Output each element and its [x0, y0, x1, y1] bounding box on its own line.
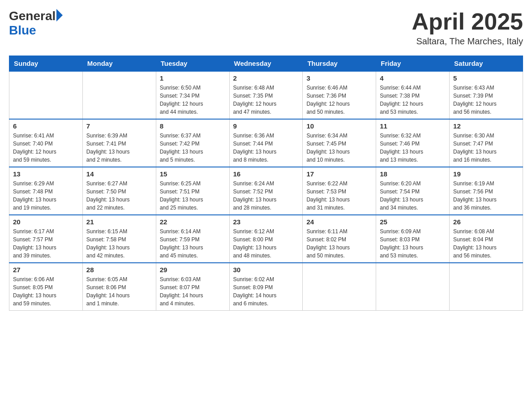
calendar-cell: 14Sunrise: 6:27 AMSunset: 7:50 PMDayligh… [82, 167, 156, 215]
day-info: Sunrise: 6:34 AMSunset: 7:45 PMDaylight:… [306, 132, 372, 164]
calendar-cell: 23Sunrise: 6:12 AMSunset: 8:00 PMDayligh… [229, 215, 303, 263]
day-number: 23 [233, 218, 299, 226]
day-number: 19 [453, 170, 519, 178]
logo-arrow-icon [56, 9, 63, 21]
day-info: Sunrise: 6:09 AMSunset: 8:03 PMDaylight:… [380, 227, 446, 260]
day-number: 10 [306, 122, 372, 130]
day-info: Sunrise: 6:11 AMSunset: 8:02 PMDaylight:… [306, 227, 372, 260]
day-number: 17 [306, 170, 372, 178]
day-info: Sunrise: 6:22 AMSunset: 7:53 PMDaylight:… [306, 180, 372, 212]
day-number: 4 [380, 74, 446, 82]
month-title: April 2025 [412, 9, 523, 34]
day-info: Sunrise: 6:12 AMSunset: 8:00 PMDaylight:… [233, 227, 299, 260]
week-row-1: 1Sunrise: 6:50 AMSunset: 7:34 PMDaylight… [9, 71, 523, 119]
calendar-cell: 29Sunrise: 6:03 AMSunset: 8:07 PMDayligh… [156, 263, 229, 311]
day-info: Sunrise: 6:05 AMSunset: 8:06 PMDaylight:… [86, 275, 152, 308]
calendar-cell: 18Sunrise: 6:20 AMSunset: 7:54 PMDayligh… [376, 167, 450, 215]
calendar-cell: 22Sunrise: 6:14 AMSunset: 7:59 PMDayligh… [156, 215, 229, 263]
day-info: Sunrise: 6:44 AMSunset: 7:38 PMDaylight:… [380, 84, 446, 116]
week-row-3: 13Sunrise: 6:29 AMSunset: 7:48 PMDayligh… [9, 167, 523, 215]
calendar-cell: 5Sunrise: 6:43 AMSunset: 7:39 PMDaylight… [450, 71, 523, 119]
calendar-cell: 25Sunrise: 6:09 AMSunset: 8:03 PMDayligh… [376, 215, 450, 263]
day-number: 26 [453, 218, 519, 226]
day-number: 1 [160, 74, 226, 82]
header-thursday: Thursday [303, 56, 376, 72]
calendar-cell: 7Sunrise: 6:39 AMSunset: 7:41 PMDaylight… [82, 119, 156, 167]
calendar-cell: 21Sunrise: 6:15 AMSunset: 7:58 PMDayligh… [82, 215, 156, 263]
day-info: Sunrise: 6:43 AMSunset: 7:39 PMDaylight:… [453, 84, 519, 116]
day-info: Sunrise: 6:36 AMSunset: 7:44 PMDaylight:… [233, 132, 299, 164]
week-row-2: 6Sunrise: 6:41 AMSunset: 7:40 PMDaylight… [9, 119, 523, 167]
day-number: 28 [86, 266, 152, 274]
week-row-4: 20Sunrise: 6:17 AMSunset: 7:57 PMDayligh… [9, 215, 523, 263]
calendar-header-row: SundayMondayTuesdayWednesdayThursdayFrid… [9, 56, 523, 72]
calendar-cell [376, 263, 450, 311]
calendar-cell: 4Sunrise: 6:44 AMSunset: 7:38 PMDaylight… [376, 71, 450, 119]
calendar-cell: 10Sunrise: 6:34 AMSunset: 7:45 PMDayligh… [303, 119, 376, 167]
day-number: 22 [160, 218, 226, 226]
day-info: Sunrise: 6:06 AMSunset: 8:05 PMDaylight:… [13, 275, 79, 308]
day-number: 16 [233, 170, 299, 178]
header-friday: Friday [376, 56, 450, 72]
day-number: 11 [380, 122, 446, 130]
day-info: Sunrise: 6:27 AMSunset: 7:50 PMDaylight:… [86, 180, 152, 212]
calendar-cell [9, 71, 83, 119]
day-info: Sunrise: 6:46 AMSunset: 7:36 PMDaylight:… [306, 84, 372, 116]
day-number: 15 [160, 170, 226, 178]
day-number: 6 [13, 122, 79, 130]
day-number: 3 [306, 74, 372, 82]
header-monday: Monday [82, 56, 156, 72]
calendar-cell: 30Sunrise: 6:02 AMSunset: 8:09 PMDayligh… [229, 263, 303, 311]
header-wednesday: Wednesday [229, 56, 303, 72]
calendar-cell: 27Sunrise: 6:06 AMSunset: 8:05 PMDayligh… [9, 263, 83, 311]
calendar-cell: 12Sunrise: 6:30 AMSunset: 7:47 PMDayligh… [450, 119, 523, 167]
subtitle: Saltara, The Marches, Italy [412, 36, 523, 47]
day-info: Sunrise: 6:30 AMSunset: 7:47 PMDaylight:… [453, 132, 519, 164]
calendar-table: SundayMondayTuesdayWednesdayThursdayFrid… [9, 56, 523, 311]
day-info: Sunrise: 6:03 AMSunset: 8:07 PMDaylight:… [160, 275, 226, 308]
calendar-cell: 24Sunrise: 6:11 AMSunset: 8:02 PMDayligh… [303, 215, 376, 263]
day-info: Sunrise: 6:08 AMSunset: 8:04 PMDaylight:… [453, 227, 519, 260]
calendar-cell: 3Sunrise: 6:46 AMSunset: 7:36 PMDaylight… [303, 71, 376, 119]
title-block: April 2025 Saltara, The Marches, Italy [412, 9, 523, 47]
calendar-cell: 2Sunrise: 6:48 AMSunset: 7:35 PMDaylight… [229, 71, 303, 119]
day-number: 8 [160, 122, 226, 130]
calendar-cell: 15Sunrise: 6:25 AMSunset: 7:51 PMDayligh… [156, 167, 229, 215]
calendar-cell: 11Sunrise: 6:32 AMSunset: 7:46 PMDayligh… [376, 119, 450, 167]
day-number: 21 [86, 218, 152, 226]
logo-blue: Blue [9, 23, 36, 38]
header-tuesday: Tuesday [156, 56, 229, 72]
day-info: Sunrise: 6:48 AMSunset: 7:35 PMDaylight:… [233, 84, 299, 116]
calendar-cell: 6Sunrise: 6:41 AMSunset: 7:40 PMDaylight… [9, 119, 83, 167]
calendar-cell: 28Sunrise: 6:05 AMSunset: 8:06 PMDayligh… [82, 263, 156, 311]
day-info: Sunrise: 6:17 AMSunset: 7:57 PMDaylight:… [13, 227, 79, 260]
header-saturday: Saturday [450, 56, 523, 72]
day-info: Sunrise: 6:25 AMSunset: 7:51 PMDaylight:… [160, 180, 226, 212]
day-number: 2 [233, 74, 299, 82]
day-info: Sunrise: 6:50 AMSunset: 7:34 PMDaylight:… [160, 84, 226, 116]
day-number: 13 [13, 170, 79, 178]
day-number: 20 [13, 218, 79, 226]
week-row-5: 27Sunrise: 6:06 AMSunset: 8:05 PMDayligh… [9, 263, 523, 311]
calendar-cell: 20Sunrise: 6:17 AMSunset: 7:57 PMDayligh… [9, 215, 83, 263]
day-number: 18 [380, 170, 446, 178]
calendar-cell [303, 263, 376, 311]
page-header: General Blue April 2025 Saltara, The Mar… [9, 9, 523, 47]
day-info: Sunrise: 6:15 AMSunset: 7:58 PMDaylight:… [86, 227, 152, 260]
day-number: 9 [233, 122, 299, 130]
day-info: Sunrise: 6:37 AMSunset: 7:42 PMDaylight:… [160, 132, 226, 164]
day-number: 14 [86, 170, 152, 178]
day-info: Sunrise: 6:32 AMSunset: 7:46 PMDaylight:… [380, 132, 446, 164]
day-number: 29 [160, 266, 226, 274]
calendar-cell [82, 71, 156, 119]
day-number: 7 [86, 122, 152, 130]
day-number: 24 [306, 218, 372, 226]
calendar-cell: 8Sunrise: 6:37 AMSunset: 7:42 PMDaylight… [156, 119, 229, 167]
day-number: 30 [233, 266, 299, 274]
day-number: 5 [453, 74, 519, 82]
calendar-cell: 13Sunrise: 6:29 AMSunset: 7:48 PMDayligh… [9, 167, 83, 215]
calendar-cell: 1Sunrise: 6:50 AMSunset: 7:34 PMDaylight… [156, 71, 229, 119]
day-info: Sunrise: 6:02 AMSunset: 8:09 PMDaylight:… [233, 275, 299, 308]
calendar-cell: 26Sunrise: 6:08 AMSunset: 8:04 PMDayligh… [450, 215, 523, 263]
logo-general: General [9, 9, 56, 23]
